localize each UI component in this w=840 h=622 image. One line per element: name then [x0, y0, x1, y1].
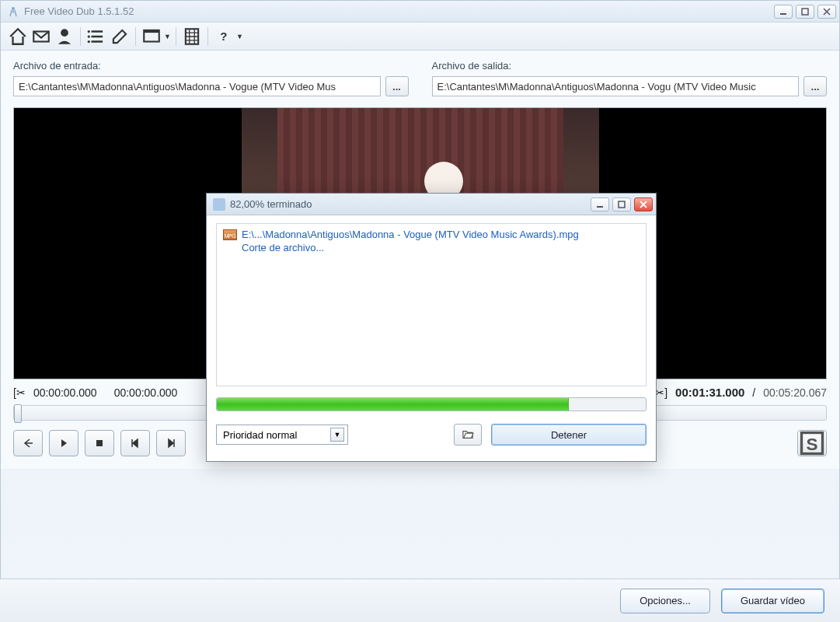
dialog-file-path: E:\...\Madonna\Antiguos\Madonna - Vogue …	[242, 229, 579, 240]
app-icon	[7, 5, 19, 18]
svg-rect-15	[619, 201, 625, 208]
priority-select[interactable]: Prioridad normal ▼	[216, 425, 348, 445]
time-sep: /	[752, 386, 755, 399]
svg-rect-2	[802, 9, 808, 15]
progress-fill	[217, 398, 569, 411]
user-icon[interactable]	[54, 26, 75, 47]
play-button[interactable]	[49, 430, 78, 456]
output-file-label: Archivo de salida:	[432, 60, 828, 72]
main-toolbar: ▼ ? ▼	[1, 23, 839, 51]
svg-point-4	[61, 29, 68, 37]
time-start: 00:00:00.000	[33, 386, 97, 399]
output-browse-button[interactable]: ...	[803, 76, 827, 96]
progress-bar	[216, 397, 647, 411]
dialog-title: 82,00% terminado	[230, 198, 591, 210]
chevron-down-icon: ▼	[330, 428, 344, 442]
snapshot-button[interactable]: S	[797, 430, 827, 456]
scissors-left-icon: [✂	[13, 386, 26, 399]
scissors-right-icon: ✂]	[655, 386, 667, 399]
dialog-file-status: Corte de archivo...	[242, 242, 640, 253]
time-total: 00:05:20.067	[763, 386, 827, 399]
dialog-minimize-button[interactable]	[591, 197, 609, 211]
svg-point-0	[12, 7, 15, 10]
stop-button[interactable]	[85, 430, 114, 456]
time-pos: 00:00:00.000	[114, 386, 178, 399]
maximize-button[interactable]	[796, 5, 814, 19]
input-file-field[interactable]	[13, 76, 381, 96]
seek-thumb[interactable]	[14, 404, 22, 423]
close-button[interactable]	[817, 5, 836, 19]
svg-rect-9	[144, 30, 159, 32]
help-dropdown-caret[interactable]: ▼	[236, 33, 243, 40]
dialog-close-button[interactable]	[634, 197, 653, 211]
svg-point-6	[88, 35, 90, 37]
back-button[interactable]	[13, 430, 43, 456]
dialog-maximize-button[interactable]	[612, 197, 631, 211]
svg-point-5	[88, 30, 90, 32]
svg-point-7	[88, 40, 90, 42]
dialog-app-icon	[213, 198, 225, 211]
screen-dropdown-caret[interactable]: ▼	[164, 33, 171, 40]
next-frame-button[interactable]	[156, 430, 186, 456]
list-icon[interactable]	[85, 26, 107, 47]
help-icon[interactable]: ?	[213, 26, 235, 47]
svg-rect-11	[96, 440, 103, 446]
input-browse-button[interactable]: ...	[385, 76, 409, 96]
film-icon[interactable]	[181, 26, 203, 47]
dialog-file-list: MPG E:\...\Madonna\Antiguos\Madonna - Vo…	[216, 223, 647, 386]
time-current: 00:01:31.000	[675, 386, 744, 399]
input-file-label: Archivo de entrada:	[13, 60, 409, 72]
minimize-button[interactable]	[774, 5, 793, 19]
svg-rect-1	[780, 13, 786, 15]
svg-text:S: S	[806, 435, 817, 454]
window-title: Free Video Dub 1.5.1.52	[24, 5, 774, 17]
mpg-file-icon: MPG	[223, 229, 237, 240]
options-button[interactable]: Opciones...	[620, 589, 710, 613]
main-titlebar: Free Video Dub 1.5.1.52	[1, 1, 839, 23]
screen-icon[interactable]	[141, 26, 162, 47]
open-folder-button[interactable]	[454, 424, 482, 446]
mail-icon[interactable]	[30, 26, 52, 47]
edit-icon[interactable]	[109, 26, 131, 47]
prev-frame-button[interactable]	[120, 430, 150, 456]
output-file-field[interactable]	[432, 76, 800, 96]
priority-value: Prioridad normal	[223, 429, 297, 441]
save-video-button[interactable]: Guardar vídeo	[721, 589, 824, 613]
svg-rect-14	[597, 206, 603, 208]
home-icon[interactable]	[7, 26, 29, 47]
stop-conversion-button[interactable]: Detener	[491, 424, 647, 446]
progress-dialog: 82,00% terminado MPG E:\...\Madonna\Anti…	[206, 193, 657, 462]
